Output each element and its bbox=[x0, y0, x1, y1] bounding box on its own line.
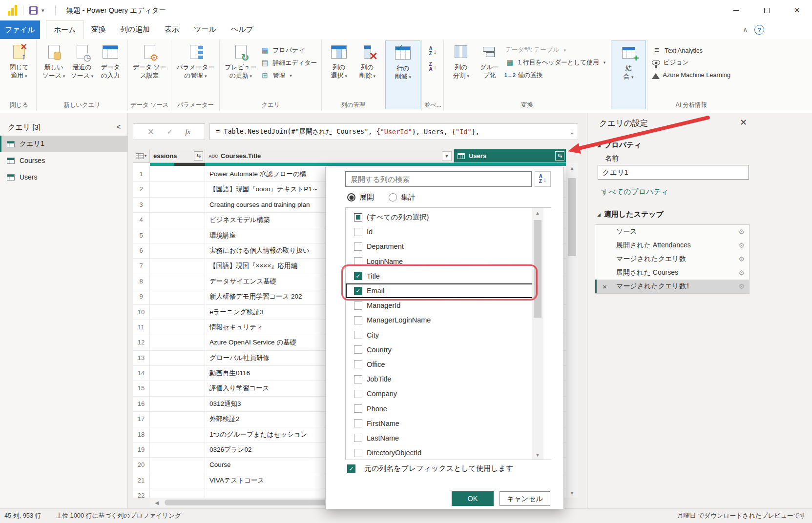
checkbox-checked-icon[interactable]: ✓ bbox=[354, 287, 362, 295]
maximize-button[interactable] bbox=[751, 0, 782, 20]
save-icon[interactable] bbox=[29, 6, 38, 15]
cell-sessions[interactable] bbox=[150, 488, 205, 498]
scrollbar-thumb[interactable] bbox=[568, 178, 576, 256]
row-number[interactable]: 20 bbox=[133, 458, 150, 473]
recent-sources-button[interactable]: 最近のソース▾ bbox=[68, 41, 96, 82]
checkbox-unchecked-icon[interactable] bbox=[354, 302, 362, 310]
cell-sessions[interactable] bbox=[150, 228, 205, 243]
cell-sessions[interactable] bbox=[150, 473, 205, 488]
dialog-column-ManagerLoginName[interactable]: ManagerLoginName bbox=[346, 313, 539, 327]
cell-sessions[interactable] bbox=[150, 458, 205, 473]
properties-button[interactable]: ▦プロパティ bbox=[260, 46, 317, 55]
cell-sessions[interactable] bbox=[150, 397, 205, 412]
tab-file[interactable]: ファイル bbox=[0, 20, 40, 39]
cell-sessions[interactable] bbox=[150, 274, 205, 289]
applied-step-展開された Courses[interactable]: 展開された Courses⚙ bbox=[595, 266, 749, 280]
dialog-column-Phone[interactable]: Phone bbox=[346, 401, 539, 416]
tab-ヘルプ[interactable]: ヘルプ bbox=[224, 20, 261, 39]
properties-section-header[interactable]: ◢プロパティ bbox=[597, 141, 642, 150]
row-number[interactable]: 14 bbox=[133, 366, 150, 381]
cancel-button[interactable]: キャンセル bbox=[500, 491, 550, 506]
manage-parameters-button[interactable]: パラメーターの管理▾ bbox=[175, 41, 216, 82]
checkbox-unchecked-icon[interactable] bbox=[354, 360, 362, 368]
commit-formula-icon[interactable]: ✓ bbox=[167, 127, 173, 136]
applied-step-マージされたクエリ数[interactable]: マージされたクエリ数⚙ bbox=[595, 252, 749, 266]
table-select-header[interactable]: ▾ bbox=[133, 149, 150, 163]
filter-dropdown-icon[interactable]: ▼ bbox=[442, 151, 452, 161]
row-number[interactable]: 2 bbox=[133, 182, 150, 197]
minimize-button[interactable] bbox=[721, 0, 751, 20]
dialog-column-FirstName[interactable]: FirstName bbox=[346, 416, 539, 431]
row-number[interactable]: 7 bbox=[133, 259, 150, 274]
cell-sessions[interactable] bbox=[150, 443, 205, 458]
applied-step-展開された Attendances[interactable]: 展開された Attendances⚙ bbox=[595, 239, 749, 252]
tab-変換[interactable]: 変換 bbox=[84, 20, 113, 39]
remove-columns-button[interactable]: 列の削除▾ bbox=[354, 41, 381, 82]
dialog-column-LastName[interactable]: LastName bbox=[346, 431, 539, 445]
row-number[interactable]: 4 bbox=[133, 213, 150, 228]
query-name-input[interactable] bbox=[598, 165, 749, 180]
text-analytics-button[interactable]: ≡Text Analytics bbox=[652, 46, 730, 55]
cell-sessions[interactable] bbox=[150, 167, 205, 182]
row-number[interactable]: 13 bbox=[133, 351, 150, 366]
delete-step-icon[interactable]: × bbox=[603, 282, 607, 291]
cell-sessions[interactable] bbox=[150, 335, 205, 350]
checkbox-unchecked-icon[interactable] bbox=[354, 316, 362, 324]
row-number[interactable]: 21 bbox=[133, 473, 150, 488]
all-properties-link[interactable]: すべてのプロパティ bbox=[601, 187, 668, 197]
column-header-sessions[interactable]: essions⇆ bbox=[150, 149, 205, 163]
checkbox-unchecked-icon[interactable] bbox=[354, 419, 362, 427]
cell-sessions[interactable] bbox=[150, 289, 205, 304]
query-item-Users[interactable]: Users bbox=[0, 169, 127, 185]
checkbox-unchecked-icon[interactable] bbox=[354, 375, 362, 383]
cell-sessions[interactable] bbox=[150, 427, 205, 443]
azure-ml-button[interactable]: Azure Machine Learning bbox=[652, 71, 730, 79]
row-number[interactable]: 17 bbox=[133, 412, 150, 427]
checkbox-checked-icon[interactable]: ✓ bbox=[347, 464, 355, 473]
row-number[interactable]: 1 bbox=[133, 167, 150, 182]
radio-unselected-icon[interactable] bbox=[389, 193, 397, 201]
cancel-formula-icon[interactable]: ✕ bbox=[147, 127, 154, 137]
row-number[interactable]: 12 bbox=[133, 335, 150, 350]
expand-column-icon[interactable]: ⇆ bbox=[194, 151, 203, 161]
choose-columns-button[interactable]: 列の選択▾ bbox=[325, 41, 353, 82]
collapse-queries-pane-icon[interactable]: < bbox=[117, 123, 121, 131]
status-profiling[interactable]: 上位 1000 行に基づく列のプロファイリング bbox=[56, 512, 181, 520]
row-number[interactable]: 19 bbox=[133, 443, 150, 458]
vision-button[interactable]: ビジョン bbox=[652, 59, 730, 67]
row-number[interactable]: 5 bbox=[133, 228, 150, 243]
query-item-Courses[interactable]: Courses bbox=[0, 152, 127, 169]
row-number[interactable]: 9 bbox=[133, 289, 150, 304]
row-number[interactable]: 10 bbox=[133, 305, 150, 320]
close-settings-icon[interactable]: ✕ bbox=[740, 117, 747, 128]
checkbox-unchecked-icon[interactable] bbox=[354, 390, 362, 398]
dialog-column-Office[interactable]: Office bbox=[346, 357, 539, 372]
gear-icon[interactable]: ⚙ bbox=[738, 255, 745, 263]
gear-icon[interactable]: ⚙ bbox=[738, 269, 745, 277]
dialog-column-Title[interactable]: ✓Title bbox=[346, 269, 539, 283]
scrollbar-thumb[interactable] bbox=[534, 220, 541, 318]
ok-button[interactable]: OK bbox=[452, 491, 494, 506]
radio-expand[interactable]: 展開 bbox=[347, 193, 374, 202]
checkbox-unchecked-icon[interactable] bbox=[354, 345, 362, 354]
checkbox-checked-icon[interactable]: ✓ bbox=[354, 272, 362, 280]
manage-button[interactable]: ⊞管理▾ bbox=[260, 71, 317, 80]
row-number[interactable]: 15 bbox=[133, 381, 150, 396]
replace-values-button[interactable]: 1→2値の置換 bbox=[505, 71, 605, 80]
dialog-column-Country[interactable]: Country bbox=[346, 342, 539, 357]
sort-az-button[interactable]: AZ↓ bbox=[425, 45, 440, 58]
expand-column-icon[interactable]: ⇆ bbox=[555, 151, 564, 161]
vertical-scrollbar[interactable]: ▲ ▼ bbox=[566, 163, 578, 498]
column-header-users[interactable]: Users⇆ bbox=[454, 149, 566, 163]
tab-ツール[interactable]: ツール bbox=[187, 20, 224, 39]
search-columns-input[interactable] bbox=[345, 171, 532, 187]
gear-icon[interactable]: ⚙ bbox=[738, 282, 745, 290]
advanced-editor-button[interactable]: ▤詳細エディター bbox=[260, 59, 317, 67]
tab-列の追加[interactable]: 列の追加 bbox=[113, 20, 157, 39]
row-number[interactable]: 8 bbox=[133, 274, 150, 289]
checkbox-unchecked-icon[interactable] bbox=[354, 449, 362, 457]
scroll-up-icon[interactable]: ▲ bbox=[532, 208, 543, 218]
combine-button[interactable]: 結合▾ bbox=[615, 42, 642, 83]
dialog-column-JobTitle[interactable]: JobTitle bbox=[346, 372, 539, 386]
cell-sessions[interactable] bbox=[150, 381, 205, 396]
